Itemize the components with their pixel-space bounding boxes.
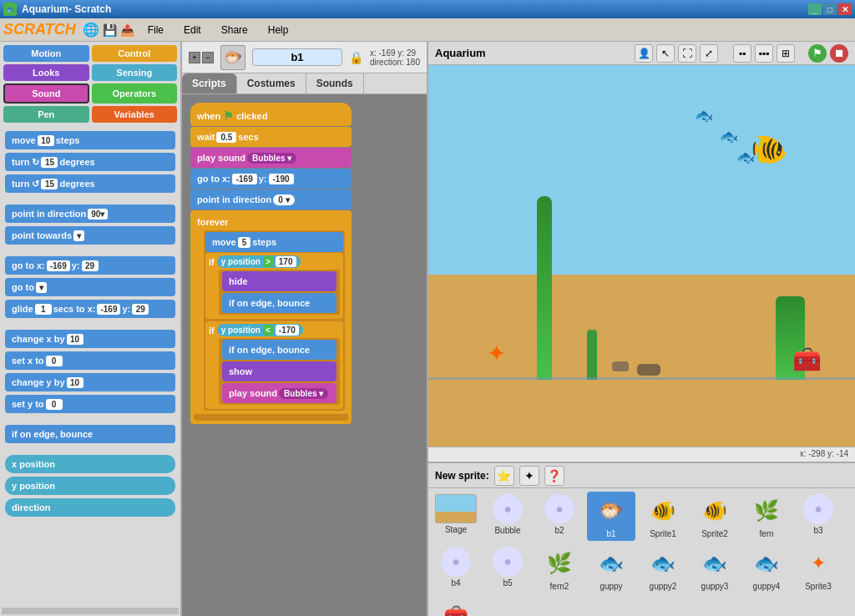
cat-motion[interactable]: Motion (3, 45, 89, 62)
scripts-area[interactable]: when ⚑ clicked wait 0.5 secs play sound … (182, 94, 427, 616)
layout-btn-1[interactable]: ▪▪ (733, 44, 751, 63)
sb-if-2[interactable]: if y position < -170 if on edge, bounce … (205, 321, 343, 409)
block-move[interactable]: move 10 steps (5, 131, 175, 149)
main-layout: Motion Control Looks Sensing Sound Opera… (0, 42, 855, 616)
sprite-label-fern2: fern2 (550, 582, 569, 591)
block-goto-xy[interactable]: go to x: -169 y: 29 (5, 256, 175, 275)
sb-point-direction[interactable]: point in direction 0 ▾ (190, 189, 352, 210)
fish-green-2[interactable]: 🐟 (720, 128, 738, 146)
sprite-item-guppy[interactable]: 🐟 guppy (587, 544, 635, 593)
sprite-item-b5[interactable]: ● b5 (483, 544, 532, 593)
block-glide[interactable]: glide 1 secs to x: -169 y: 29 (5, 300, 175, 318)
sprite-item-stage[interactable]: Stage (432, 492, 480, 541)
sprite-name[interactable]: b1 (252, 48, 342, 66)
sprite-item-guppy2[interactable]: 🐟 guppy2 (639, 544, 687, 593)
globe-icon[interactable]: 🌐 (83, 22, 99, 38)
sb-bounce-2[interactable]: if on edge, bounce (222, 340, 336, 360)
sprite-item-sprite1[interactable]: 🐠 Sprite1 (639, 492, 687, 541)
stop-button[interactable]: ⏹ (830, 44, 848, 63)
block-point-towards[interactable]: point towards ▾ (5, 226, 175, 245)
fullscreen-icon[interactable]: ⛶ (678, 44, 696, 63)
green-flag-button[interactable]: ⚑ (808, 44, 827, 63)
fish-green-3[interactable]: 🐟 (736, 149, 755, 167)
scrollbar[interactable] (2, 608, 179, 614)
sprite-item-sprite2[interactable]: 🐠 Sprite2 (691, 492, 739, 541)
fish-green-1[interactable]: 🐟 (695, 107, 713, 125)
sprite-item-fern2[interactable]: 🌿 fern2 (535, 544, 584, 593)
sb-play-sound-2[interactable]: play sound Bubbles ▾ (222, 383, 336, 403)
sprite-item-guppy4[interactable]: 🐟 guppy4 (742, 544, 791, 593)
block-turn-ccw[interactable]: turn ↺ 15 degrees (5, 174, 175, 193)
block-y-position[interactable]: y position (5, 477, 175, 495)
minimize-button[interactable]: _ (808, 3, 822, 15)
stage-area[interactable]: 🐠 🐟 🐟 🐟 ✦ 🧰 (428, 65, 855, 447)
block-turn-cw[interactable]: turn ↻ 15 degrees (5, 153, 175, 171)
block-set-x[interactable]: set x to 0 (5, 351, 175, 370)
chest-sprite[interactable]: 🧰 (792, 346, 822, 373)
sb-play-sound-1[interactable]: play sound Bubbles ▾ (190, 148, 352, 168)
menu-edit[interactable]: Edit (180, 23, 205, 38)
sb-bounce-1[interactable]: if on edge, bounce (222, 293, 336, 313)
cat-looks[interactable]: Looks (3, 64, 89, 81)
sprite-grid: Stage ● Bubble ● b2 🐡 b1 🐠 Sprite1 (428, 488, 855, 616)
cat-operators[interactable]: Operators (92, 83, 178, 104)
cat-sound[interactable]: Sound (3, 83, 89, 104)
sprite-item-b4[interactable]: ● b4 (432, 544, 480, 593)
menu-file[interactable]: File (144, 23, 167, 38)
sprite-item-b3[interactable]: ● b3 (794, 492, 842, 541)
expand-stage-icon[interactable]: ⤢ (700, 44, 718, 63)
surprise-sprite-btn[interactable]: ❓ (544, 466, 564, 486)
sprite-item-chest[interactable]: 🧰 chest (432, 597, 480, 616)
block-change-x[interactable]: change x by 10 (5, 330, 175, 348)
menu-items: File Edit Share Help (144, 23, 292, 38)
upload-icon[interactable]: 📤 (120, 23, 134, 37)
tab-sounds[interactable]: Sounds (306, 73, 364, 93)
sb-if-1[interactable]: if y position > 170 hide if on edge, bou… (205, 253, 343, 319)
block-goto[interactable]: go to ▾ (5, 278, 175, 296)
sprite-item-sprite3[interactable]: ✦ Sprite3 (794, 544, 842, 593)
save-icon[interactable]: 💾 (103, 23, 117, 37)
block-x-position[interactable]: x position (5, 455, 175, 473)
sprite-item-bubble[interactable]: ● Bubble (483, 492, 532, 541)
cursor-icon[interactable]: ↖ (656, 44, 675, 63)
lock-icon[interactable]: 🔒 (349, 51, 363, 64)
sprite-item-fern[interactable]: 🌿 fern (742, 492, 791, 541)
sprite-item-b1[interactable]: 🐡 b1 (587, 492, 635, 541)
sb-hide[interactable]: hide (222, 271, 336, 291)
tab-costumes[interactable]: Costumes (237, 73, 306, 93)
scratch-logo: SCRATCH (3, 21, 76, 38)
block-bounce[interactable]: if on edge, bounce (5, 425, 175, 443)
paint-sprite-btn[interactable]: ⭐ (494, 466, 514, 486)
cat-control[interactable]: Control (92, 45, 178, 62)
block-set-y[interactable]: set y to 0 (5, 395, 175, 413)
cat-pen[interactable]: Pen (3, 106, 89, 123)
sprite-item-b2[interactable]: ● b2 (535, 492, 584, 541)
sprite-icon-b2: ● (544, 494, 574, 524)
starfish-sprite[interactable]: ✦ (487, 340, 506, 367)
collapse-btn[interactable]: − (202, 52, 214, 63)
sprite-label-guppy2: guppy2 (650, 582, 677, 591)
cat-sensing[interactable]: Sensing (92, 64, 178, 81)
tab-scripts[interactable]: Scripts (182, 73, 237, 93)
block-direction[interactable]: direction (5, 498, 175, 517)
block-change-y[interactable]: change y by 10 (5, 373, 175, 391)
menu-share[interactable]: Share (218, 23, 251, 38)
layout-btn-2[interactable]: ▪▪▪ (755, 44, 773, 63)
sb-when-flag[interactable]: when ⚑ clicked (190, 103, 352, 126)
sb-wait[interactable]: wait 0.5 secs (190, 127, 352, 147)
sb-show[interactable]: show (222, 361, 336, 381)
sb-goto-xy[interactable]: go to x: -169 y: -190 (190, 169, 352, 189)
expand-btn[interactable]: + (189, 52, 200, 63)
menu-help[interactable]: Help (265, 23, 292, 38)
cat-variables[interactable]: Variables (92, 106, 178, 123)
fish-orange-1[interactable]: 🐠 (751, 132, 788, 167)
sb-move[interactable]: move 5 steps (205, 232, 343, 252)
stamp-sprite-btn[interactable]: ✦ (519, 466, 539, 486)
block-point-direction[interactable]: point in direction 90▾ (5, 204, 175, 223)
sprite-label-b5: b5 (503, 578, 512, 588)
maximize-button[interactable]: □ (823, 3, 837, 15)
person-icon[interactable]: 👤 (635, 44, 653, 63)
layout-btn-3[interactable]: ⊞ (777, 44, 795, 63)
sprite-item-guppy3[interactable]: 🐟 guppy3 (691, 544, 739, 593)
close-button[interactable]: ✕ (838, 3, 852, 15)
